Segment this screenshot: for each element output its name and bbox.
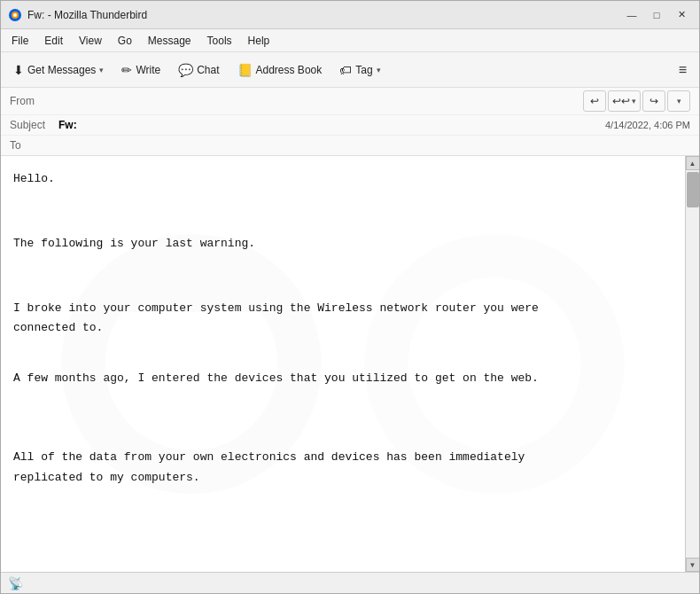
- scrollbar[interactable]: ▲ ▼: [685, 156, 699, 572]
- subject-value: Fw:: [58, 119, 605, 131]
- email-line-4: [13, 221, 673, 235]
- subject-label: Subject: [10, 119, 58, 131]
- chat-icon: 💬: [178, 63, 193, 77]
- toolbar: ⬇ Get Messages ▾ ✏ Write 💬 Chat 📒 Addres…: [1, 52, 699, 88]
- minimize-button[interactable]: —: [621, 7, 642, 23]
- email-line-8: [13, 285, 673, 300]
- write-icon: ✏: [121, 63, 132, 77]
- status-bar: 📡: [1, 572, 699, 593]
- address-book-button[interactable]: 📒 Address Book: [230, 60, 330, 80]
- chat-label: Chat: [197, 64, 219, 76]
- address-book-label: Address Book: [256, 64, 323, 76]
- scrollbar-thumb[interactable]: [687, 172, 699, 207]
- email-line-19: replicated to my computers.: [13, 469, 673, 488]
- email-header: From ↩ ↩↩ ▾ ↪ ▾ Subject Fw:: [1, 88, 699, 156]
- email-line-3: [13, 207, 673, 221]
- get-messages-dropdown-icon: ▾: [99, 66, 104, 74]
- main-window: Fw: - Mozilla Thunderbird — □ ✕ File Edi…: [0, 0, 700, 594]
- email-line-6: [13, 257, 673, 271]
- email-line-11: [13, 341, 673, 356]
- tag-icon: 🏷: [339, 63, 352, 77]
- svg-point-2: [13, 13, 17, 17]
- title-bar-controls: — □ ✕: [621, 7, 692, 23]
- tag-button[interactable]: 🏷 Tag ▾: [332, 60, 387, 80]
- menu-edit[interactable]: Edit: [37, 33, 70, 49]
- reply-all-dropdown-icon: ▾: [632, 97, 636, 106]
- title-bar: Fw: - Mozilla Thunderbird — □ ✕: [1, 1, 699, 29]
- get-messages-button[interactable]: ⬇ Get Messages ▾: [6, 60, 111, 80]
- write-label: Write: [136, 64, 160, 76]
- email-date: 4/14/2022, 4:06 PM: [605, 120, 690, 130]
- title-bar-left: Fw: - Mozilla Thunderbird: [8, 8, 147, 22]
- email-line-15: [13, 406, 673, 420]
- from-label: From: [10, 95, 58, 107]
- subject-row: Subject Fw: 4/14/2022, 4:06 PM: [1, 115, 699, 136]
- reply-button[interactable]: ↩: [583, 90, 606, 112]
- tag-label: Tag: [355, 64, 372, 76]
- address-book-icon: 📒: [237, 63, 253, 77]
- forward-button[interactable]: ↪: [642, 90, 665, 112]
- header-actions: ↩ ↩↩ ▾ ↪ ▾: [583, 90, 690, 112]
- menu-bar: File Edit View Go Message Tools Help: [1, 29, 699, 52]
- menu-go[interactable]: Go: [111, 33, 139, 49]
- reply-all-icon: ↩↩: [612, 95, 630, 107]
- menu-file[interactable]: File: [4, 33, 35, 49]
- close-button[interactable]: ✕: [671, 7, 692, 23]
- app-icon: [8, 8, 22, 22]
- email-line-13: A few months ago, I entered the devices …: [13, 370, 673, 388]
- to-row: To: [1, 136, 699, 155]
- toolbar-menu-button[interactable]: ≡: [672, 59, 694, 81]
- maximize-button[interactable]: □: [646, 7, 667, 23]
- menu-tools[interactable]: Tools: [200, 33, 239, 49]
- menu-view[interactable]: View: [72, 33, 109, 49]
- email-line-1: Hello.: [13, 170, 673, 189]
- email-line-9: I broke into your computer system using …: [13, 300, 673, 318]
- email-line-14: [13, 392, 673, 406]
- more-actions-icon: ▾: [677, 97, 681, 106]
- forward-icon: ↪: [649, 95, 658, 107]
- email-line-7: [13, 271, 673, 285]
- email-line-5: The following is your last warning.: [13, 235, 673, 254]
- menu-message[interactable]: Message: [141, 33, 198, 49]
- toolbar-right: ≡: [672, 59, 694, 81]
- email-line-10: connected to.: [13, 319, 673, 338]
- from-row: From ↩ ↩↩ ▾ ↪ ▾: [1, 88, 699, 115]
- chat-button[interactable]: 💬 Chat: [171, 60, 226, 80]
- status-icon: 📡: [8, 576, 23, 590]
- more-actions-button[interactable]: ▾: [667, 90, 690, 112]
- get-messages-label: Get Messages: [27, 64, 96, 76]
- get-messages-icon: ⬇: [13, 63, 24, 77]
- menu-help[interactable]: Help: [241, 33, 277, 49]
- email-line-2: [13, 192, 673, 207]
- email-line-12: [13, 356, 673, 370]
- write-button[interactable]: ✏ Write: [114, 60, 167, 80]
- email-line-16: [13, 420, 673, 434]
- window-title: Fw: - Mozilla Thunderbird: [27, 9, 147, 21]
- body-area: Hello. The following is your last warnin…: [1, 156, 699, 572]
- email-line-18: All of the data from your own electronic…: [13, 449, 673, 467]
- reply-icon: ↩: [590, 95, 599, 107]
- tag-dropdown-icon: ▾: [377, 66, 381, 74]
- email-line-17: [13, 434, 673, 449]
- to-label: To: [10, 139, 58, 152]
- email-body: Hello. The following is your last warnin…: [1, 156, 685, 572]
- scrollbar-up-arrow[interactable]: ▲: [686, 156, 700, 170]
- reply-all-button[interactable]: ↩↩ ▾: [608, 90, 641, 112]
- scrollbar-down-arrow[interactable]: ▼: [686, 558, 700, 572]
- email-body-content: Hello. The following is your last warnin…: [13, 170, 673, 488]
